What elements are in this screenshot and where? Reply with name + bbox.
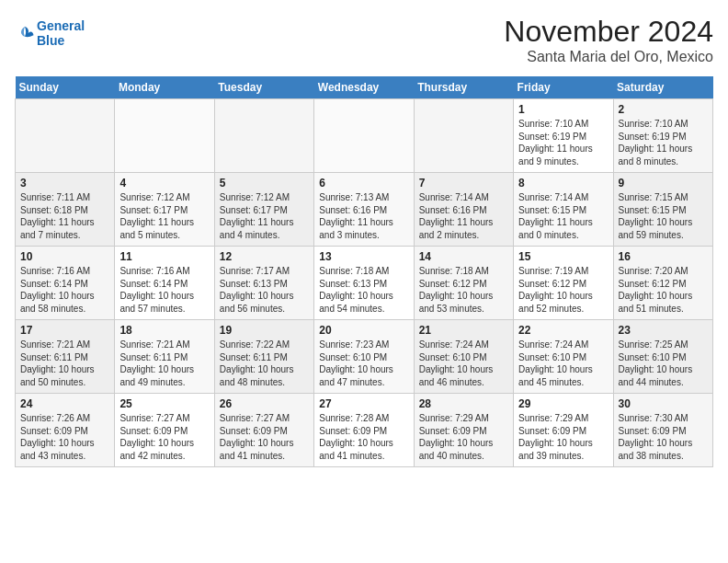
day-info: Sunset: 6:12 PM bbox=[518, 278, 608, 291]
day-info: Daylight: 10 hours and 38 minutes. bbox=[619, 437, 708, 462]
day-info: Sunrise: 7:12 AM bbox=[220, 191, 309, 204]
calendar-cell: 10Sunrise: 7:16 AMSunset: 6:14 PMDayligh… bbox=[16, 247, 115, 320]
logo: General Blue bbox=[15, 18, 85, 48]
calendar-header-row: SundayMondayTuesdayWednesdayThursdayFrid… bbox=[16, 76, 713, 99]
day-info: Sunrise: 7:14 AM bbox=[419, 191, 508, 204]
day-info: Sunset: 6:15 PM bbox=[619, 204, 708, 217]
day-info: Daylight: 10 hours and 50 minutes. bbox=[20, 363, 109, 388]
day-number: 29 bbox=[518, 397, 608, 410]
day-info: Sunrise: 7:22 AM bbox=[220, 339, 309, 351]
day-info: Sunset: 6:11 PM bbox=[20, 351, 109, 364]
calendar-cell bbox=[414, 99, 513, 173]
logo-bird-icon bbox=[15, 23, 35, 43]
day-number: 17 bbox=[20, 324, 109, 337]
day-number: 23 bbox=[619, 324, 708, 337]
day-number: 20 bbox=[319, 324, 408, 337]
day-info: Daylight: 10 hours and 54 minutes. bbox=[319, 290, 408, 315]
day-info: Sunrise: 7:18 AM bbox=[419, 265, 508, 278]
day-info: Sunset: 6:14 PM bbox=[119, 278, 209, 291]
day-info: Daylight: 10 hours and 52 minutes. bbox=[518, 290, 608, 315]
day-info: Sunrise: 7:21 AM bbox=[119, 339, 209, 351]
calendar-cell: 19Sunrise: 7:22 AMSunset: 6:11 PMDayligh… bbox=[214, 320, 313, 394]
calendar-cell: 16Sunrise: 7:20 AMSunset: 6:12 PMDayligh… bbox=[613, 247, 712, 320]
day-number: 27 bbox=[319, 397, 408, 410]
day-info: Daylight: 11 hours and 9 minutes. bbox=[518, 143, 608, 167]
day-info: Sunrise: 7:27 AM bbox=[220, 412, 309, 425]
day-info: Sunrise: 7:24 AM bbox=[419, 339, 508, 351]
day-number: 2 bbox=[619, 103, 708, 116]
day-info: Daylight: 10 hours and 39 minutes. bbox=[518, 437, 608, 462]
day-info: Sunrise: 7:16 AM bbox=[20, 265, 109, 278]
day-number: 30 bbox=[619, 397, 708, 410]
calendar-cell: 24Sunrise: 7:26 AMSunset: 6:09 PMDayligh… bbox=[16, 394, 115, 467]
day-number: 14 bbox=[419, 250, 508, 263]
day-number: 21 bbox=[419, 324, 508, 337]
day-number: 25 bbox=[119, 397, 209, 410]
day-info: Sunset: 6:12 PM bbox=[419, 278, 508, 291]
calendar-cell: 30Sunrise: 7:30 AMSunset: 6:09 PMDayligh… bbox=[613, 394, 712, 467]
calendar-cell: 8Sunrise: 7:14 AMSunset: 6:15 PMDaylight… bbox=[514, 173, 613, 247]
calendar-cell: 13Sunrise: 7:18 AMSunset: 6:13 PMDayligh… bbox=[314, 247, 414, 320]
calendar-cell: 6Sunrise: 7:13 AMSunset: 6:16 PMDaylight… bbox=[314, 173, 414, 247]
day-info: Daylight: 11 hours and 7 minutes. bbox=[20, 216, 109, 241]
day-info: Daylight: 10 hours and 56 minutes. bbox=[220, 290, 309, 315]
header-thursday: Thursday bbox=[414, 76, 513, 99]
day-info: Sunset: 6:09 PM bbox=[419, 425, 508, 438]
calendar-cell bbox=[16, 99, 115, 173]
day-info: Sunrise: 7:26 AM bbox=[20, 412, 109, 425]
day-number: 24 bbox=[20, 397, 109, 410]
day-info: Sunrise: 7:12 AM bbox=[119, 191, 209, 204]
title-block: November 2024 Santa Maria del Oro, Mexic… bbox=[504, 15, 713, 65]
calendar-cell: 2Sunrise: 7:10 AMSunset: 6:19 PMDaylight… bbox=[613, 99, 712, 173]
day-info: Sunset: 6:09 PM bbox=[319, 425, 408, 438]
calendar-cell: 1Sunrise: 7:10 AMSunset: 6:19 PMDaylight… bbox=[514, 99, 613, 173]
logo-text-block: General Blue bbox=[37, 18, 85, 48]
calendar-cell: 22Sunrise: 7:24 AMSunset: 6:10 PMDayligh… bbox=[514, 320, 613, 394]
day-number: 10 bbox=[20, 250, 109, 263]
calendar-cell: 12Sunrise: 7:17 AMSunset: 6:13 PMDayligh… bbox=[214, 247, 313, 320]
calendar-week-row: 17Sunrise: 7:21 AMSunset: 6:11 PMDayligh… bbox=[16, 320, 713, 394]
calendar-cell: 14Sunrise: 7:18 AMSunset: 6:12 PMDayligh… bbox=[414, 247, 513, 320]
day-number: 3 bbox=[20, 177, 109, 190]
day-info: Daylight: 10 hours and 58 minutes. bbox=[20, 290, 109, 315]
day-info: Sunset: 6:11 PM bbox=[220, 351, 309, 364]
calendar-week-row: 3Sunrise: 7:11 AMSunset: 6:18 PMDaylight… bbox=[16, 173, 713, 247]
calendar-cell: 26Sunrise: 7:27 AMSunset: 6:09 PMDayligh… bbox=[214, 394, 313, 467]
day-number: 19 bbox=[220, 324, 309, 337]
day-number: 6 bbox=[319, 177, 408, 190]
day-info: Sunrise: 7:21 AM bbox=[20, 339, 109, 351]
day-info: Sunrise: 7:27 AM bbox=[119, 412, 209, 425]
day-info: Sunset: 6:19 PM bbox=[619, 131, 708, 144]
calendar-cell: 3Sunrise: 7:11 AMSunset: 6:18 PMDaylight… bbox=[16, 173, 115, 247]
day-number: 13 bbox=[319, 250, 408, 263]
calendar-cell: 23Sunrise: 7:25 AMSunset: 6:10 PMDayligh… bbox=[613, 320, 712, 394]
calendar-cell: 28Sunrise: 7:29 AMSunset: 6:09 PMDayligh… bbox=[414, 394, 513, 467]
day-number: 18 bbox=[119, 324, 209, 337]
calendar-cell: 4Sunrise: 7:12 AMSunset: 6:17 PMDaylight… bbox=[115, 173, 214, 247]
day-info: Daylight: 11 hours and 0 minutes. bbox=[518, 216, 608, 241]
day-info: Daylight: 10 hours and 41 minutes. bbox=[220, 437, 309, 462]
day-info: Daylight: 10 hours and 59 minutes. bbox=[619, 216, 708, 241]
day-info: Daylight: 11 hours and 8 minutes. bbox=[619, 143, 708, 167]
day-info: Sunrise: 7:14 AM bbox=[518, 191, 608, 204]
day-info: Daylight: 10 hours and 57 minutes. bbox=[119, 290, 209, 315]
day-info: Sunset: 6:17 PM bbox=[119, 204, 209, 217]
day-number: 16 bbox=[619, 250, 708, 263]
day-info: Daylight: 10 hours and 46 minutes. bbox=[419, 363, 508, 388]
day-info: Sunset: 6:09 PM bbox=[518, 425, 608, 438]
calendar-cell: 11Sunrise: 7:16 AMSunset: 6:14 PMDayligh… bbox=[115, 247, 214, 320]
calendar-cell: 9Sunrise: 7:15 AMSunset: 6:15 PMDaylight… bbox=[613, 173, 712, 247]
day-number: 7 bbox=[419, 177, 508, 190]
day-number: 22 bbox=[518, 324, 608, 337]
day-info: Daylight: 10 hours and 51 minutes. bbox=[619, 290, 708, 315]
header-tuesday: Tuesday bbox=[214, 76, 313, 99]
day-info: Daylight: 10 hours and 47 minutes. bbox=[319, 363, 408, 388]
day-info: Sunset: 6:10 PM bbox=[319, 351, 408, 364]
day-info: Sunset: 6:09 PM bbox=[619, 425, 708, 438]
day-info: Sunrise: 7:24 AM bbox=[518, 339, 608, 351]
logo-line2: Blue bbox=[37, 33, 85, 48]
day-number: 12 bbox=[220, 250, 309, 263]
calendar-cell bbox=[314, 99, 414, 173]
day-info: Daylight: 10 hours and 49 minutes. bbox=[119, 363, 209, 388]
day-info: Sunset: 6:09 PM bbox=[220, 425, 309, 438]
